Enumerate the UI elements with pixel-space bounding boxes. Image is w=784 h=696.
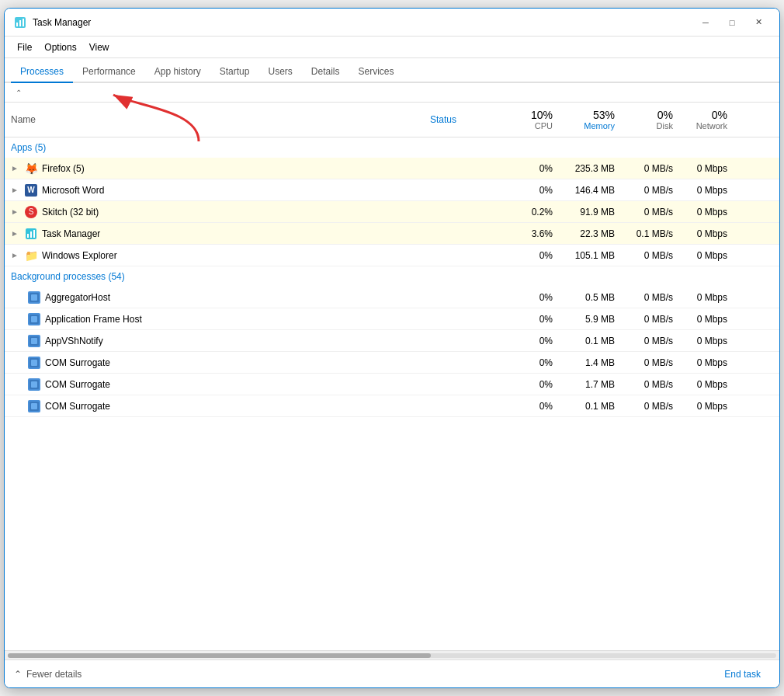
svg-rect-12 bbox=[31, 316, 37, 322]
process-network: 0 Mbps bbox=[676, 225, 730, 242]
table-row[interactable]: AppVShNotify 0% 0.1 MB 0 MB/s 0 Mbps bbox=[5, 330, 779, 352]
process-status bbox=[424, 252, 501, 259]
content-area: ⌃ Name Status 10% CPU bbox=[5, 83, 779, 659]
header-status[interactable]: Status bbox=[424, 111, 501, 128]
process-disk: 0 MB/s bbox=[618, 204, 676, 221]
svg-rect-14 bbox=[31, 338, 37, 344]
bg-proc-icon bbox=[28, 335, 40, 347]
process-network: 0 Mbps bbox=[676, 376, 730, 393]
close-button[interactable]: ✕ bbox=[747, 15, 770, 30]
process-name-bg: AggregatorHost bbox=[5, 288, 424, 307]
task-manager-window: Task Manager ─ □ ✕ File Options View Pro… bbox=[4, 8, 780, 688]
menu-options[interactable]: Options bbox=[38, 39, 82, 56]
process-status bbox=[424, 294, 501, 301]
process-name-bg: AppVShNotify bbox=[5, 332, 424, 350]
tab-users[interactable]: Users bbox=[258, 61, 301, 83]
svg-rect-1 bbox=[16, 23, 18, 26]
tab-startup[interactable]: Startup bbox=[210, 61, 259, 83]
process-name-firefox: ► 🦊 Firefox (5) bbox=[5, 159, 424, 178]
process-network: 0 Mbps bbox=[676, 204, 730, 221]
table-row[interactable]: ► 📁 Windows Explorer 0% 105.1 MB 0 MB/s … bbox=[5, 245, 779, 266]
process-memory: 146.4 MB bbox=[556, 182, 618, 199]
header-disk[interactable]: 0% Disk bbox=[618, 106, 676, 134]
tab-performance[interactable]: Performance bbox=[73, 61, 145, 83]
process-memory: 235.3 MB bbox=[556, 160, 618, 177]
process-name-taskmgr: ► Task Manager bbox=[5, 224, 424, 243]
scrollbar-thumb[interactable] bbox=[8, 653, 431, 658]
process-memory: 91.9 MB bbox=[556, 204, 618, 221]
process-disk: 0 MB/s bbox=[618, 354, 676, 371]
process-cpu: 0% bbox=[501, 332, 556, 350]
process-disk: 0 MB/s bbox=[618, 182, 676, 199]
process-status bbox=[424, 360, 501, 366]
table-row[interactable]: COM Surrogate 0% 0.1 MB 0 MB/s 0 Mbps bbox=[5, 395, 779, 417]
chevron-right-icon[interactable]: ► bbox=[11, 251, 20, 259]
menu-bar: File Options View bbox=[5, 37, 779, 58]
header-cpu[interactable]: 10% CPU bbox=[501, 106, 556, 134]
process-network: 0 Mbps bbox=[676, 160, 730, 177]
tab-app-history[interactable]: App history bbox=[145, 61, 210, 83]
horizontal-scrollbar[interactable] bbox=[5, 650, 779, 659]
process-cpu: 0% bbox=[501, 247, 556, 264]
process-name-bg: COM Surrogate bbox=[5, 375, 424, 394]
table-row[interactable]: Application Frame Host 0% 5.9 MB 0 MB/s … bbox=[5, 308, 779, 330]
menu-file[interactable]: File bbox=[11, 39, 38, 56]
table-row[interactable]: ► S Skitch (32 bit) 0.2% 91.9 MB 0 MB/s … bbox=[5, 201, 779, 223]
chevron-right-icon[interactable]: ► bbox=[11, 164, 20, 172]
process-disk: 0.1 MB/s bbox=[618, 225, 676, 242]
firefox-icon: 🦊 bbox=[25, 162, 37, 175]
svg-rect-8 bbox=[33, 230, 35, 238]
process-cpu: 0% bbox=[501, 376, 556, 393]
svg-rect-2 bbox=[19, 20, 21, 26]
process-memory: 105.1 MB bbox=[556, 247, 618, 264]
menu-view[interactable]: View bbox=[83, 39, 116, 56]
process-memory: 5.9 MB bbox=[556, 311, 618, 328]
svg-rect-10 bbox=[31, 294, 37, 301]
table-row[interactable]: COM Surrogate 0% 1.7 MB 0 MB/s 0 Mbps bbox=[5, 374, 779, 395]
table-row[interactable]: ► Task Manager 3.6% 22.3 MB 0.1 MB/s 0 M… bbox=[5, 223, 779, 245]
chevron-right-icon[interactable]: ► bbox=[11, 207, 20, 216]
process-status bbox=[424, 187, 501, 193]
title-controls: ─ □ ✕ bbox=[694, 15, 770, 30]
table-row[interactable]: ► W Microsoft Word 0% 146.4 MB 0 MB/s 0 … bbox=[5, 179, 779, 201]
end-task-button[interactable]: End task bbox=[715, 666, 770, 683]
process-cpu: 0% bbox=[501, 160, 556, 177]
header-name[interactable]: Name bbox=[5, 111, 424, 128]
svg-rect-16 bbox=[31, 360, 37, 366]
table-row[interactable]: ► 🦊 Firefox (5) 0% 235.3 MB 0 MB/s 0 Mbp… bbox=[5, 158, 779, 179]
bg-proc-icon bbox=[28, 357, 40, 369]
table-row[interactable]: AggregatorHost 0% 0.5 MB 0 MB/s 0 Mbps bbox=[5, 287, 779, 308]
header-memory[interactable]: 53% Memory bbox=[556, 106, 618, 134]
process-memory: 0.1 MB bbox=[556, 398, 618, 415]
process-disk: 0 MB/s bbox=[618, 311, 676, 328]
process-memory: 22.3 MB bbox=[556, 225, 618, 242]
process-name-bg: COM Surrogate bbox=[5, 353, 424, 372]
process-cpu: 0.2% bbox=[501, 204, 556, 221]
process-disk: 0 MB/s bbox=[618, 247, 676, 264]
tab-bar: Processes Performance App history Startu… bbox=[5, 58, 779, 83]
tab-processes[interactable]: Processes bbox=[11, 61, 73, 83]
process-status bbox=[424, 403, 501, 409]
svg-rect-18 bbox=[31, 381, 37, 388]
header-network[interactable]: 0% Network bbox=[676, 106, 730, 134]
fewer-details-button[interactable]: ⌃ Fewer details bbox=[14, 669, 82, 680]
process-disk: 0 MB/s bbox=[618, 376, 676, 393]
process-name-explorer: ► 📁 Windows Explorer bbox=[5, 246, 424, 265]
tab-services[interactable]: Services bbox=[349, 61, 404, 83]
chevron-right-icon[interactable]: ► bbox=[11, 229, 20, 238]
svg-rect-20 bbox=[31, 403, 37, 409]
maximize-button[interactable]: □ bbox=[720, 15, 744, 30]
process-network: 0 Mbps bbox=[676, 354, 730, 371]
process-status bbox=[424, 165, 501, 172]
process-name-word: ► W Microsoft Word bbox=[5, 181, 424, 200]
minimize-button[interactable]: ─ bbox=[694, 15, 717, 30]
tab-details[interactable]: Details bbox=[302, 61, 349, 83]
process-cpu: 0% bbox=[501, 311, 556, 328]
process-cpu: 0% bbox=[501, 354, 556, 371]
process-disk: 0 MB/s bbox=[618, 398, 676, 415]
app-icon bbox=[14, 16, 26, 29]
table-row[interactable]: COM Surrogate 0% 1.4 MB 0 MB/s 0 Mbps bbox=[5, 352, 779, 374]
chevron-right-icon[interactable]: ► bbox=[11, 186, 20, 194]
collapse-button[interactable]: ⌃ bbox=[11, 85, 26, 100]
skitch-icon: S bbox=[25, 206, 37, 218]
